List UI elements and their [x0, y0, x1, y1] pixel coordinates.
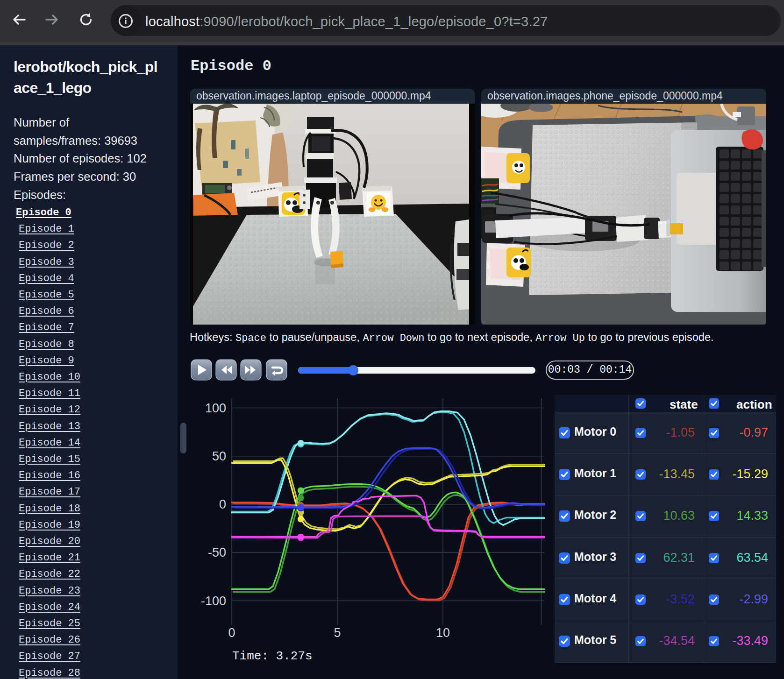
svg-text:100: 100	[205, 401, 226, 415]
svg-text:0: 0	[219, 497, 226, 511]
svg-text:5: 5	[334, 626, 341, 640]
svg-text:-100: -100	[201, 594, 226, 608]
svg-text:10: 10	[436, 626, 450, 640]
svg-text:-50: -50	[208, 545, 226, 559]
svg-text:50: 50	[212, 449, 226, 463]
svg-text:0: 0	[228, 626, 235, 640]
